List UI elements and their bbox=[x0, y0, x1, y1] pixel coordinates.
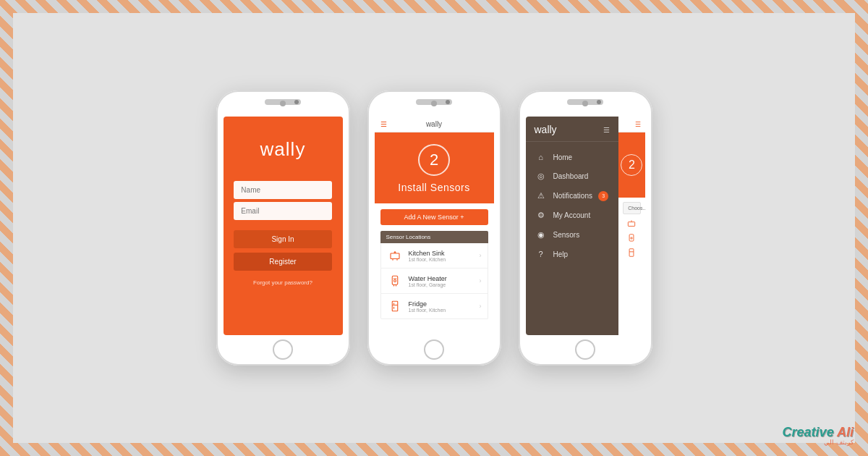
watermark-sub: كريتف الي bbox=[783, 439, 854, 446]
sensor-name: Water Heater bbox=[409, 275, 474, 282]
svg-rect-18 bbox=[629, 249, 634, 257]
drawer-header: wally ☰ bbox=[526, 117, 619, 142]
sensor-info-fridge: Fridge 1st floor, Kitchen bbox=[409, 300, 474, 313]
menu-item-help[interactable]: ? Help bbox=[526, 245, 619, 263]
step-circle: 2 bbox=[418, 144, 450, 176]
drawer-menu: ⌂ Home ◎ Dashboard ⚠ Notifications 3 bbox=[526, 142, 619, 269]
header-title: wally bbox=[426, 120, 442, 128]
notifications-icon: ⚠ bbox=[536, 191, 546, 200]
peek-sink-icon bbox=[623, 219, 640, 229]
svg-point-9 bbox=[393, 280, 396, 282]
sensor-list: Kitchen Sink 1st floor, Kitchen › bbox=[380, 243, 488, 319]
menu-item-help-label: Help bbox=[553, 250, 569, 258]
sensor-locations-header: Sensor Locations bbox=[380, 231, 488, 243]
home-button[interactable] bbox=[273, 339, 293, 360]
chevron-right-icon: › bbox=[480, 277, 482, 284]
login-screen: wally Sign In Register Forgot your passw… bbox=[224, 117, 343, 335]
phones-container: wally Sign In Register Forgot your passw… bbox=[202, 76, 667, 380]
kitchen-sink-icon bbox=[387, 248, 403, 263]
sensors-header-bar: ☰ wally bbox=[375, 117, 494, 132]
drawer-content: wally ☰ ⌂ Home ◎ Dashboard bbox=[526, 117, 645, 335]
menu-item-dashboard[interactable]: ◎ Dashboard bbox=[526, 166, 619, 186]
drawer-logo: wally bbox=[535, 124, 557, 135]
sensors-icon: ◉ bbox=[536, 230, 546, 240]
signin-button[interactable]: Sign In bbox=[234, 230, 331, 248]
watermark-text: Creative Ali bbox=[783, 426, 854, 439]
fridge-icon bbox=[387, 298, 403, 314]
phone-sensors: ☰ wally 2 Install Sensors Add A New Sens… bbox=[367, 90, 501, 366]
sensor-item-fridge[interactable]: Fridge 1st floor, Kitchen › bbox=[381, 294, 488, 318]
water-heater-icon bbox=[387, 273, 403, 289]
peek-heater-icon bbox=[623, 233, 640, 243]
sensor-info-kitchen-sink: Kitchen Sink 1st floor, Kitchen bbox=[409, 250, 474, 262]
app-logo: wally bbox=[260, 138, 306, 161]
home-button[interactable] bbox=[575, 339, 595, 360]
peek-step-number: 2 bbox=[629, 159, 635, 172]
camera-icon bbox=[294, 100, 299, 104]
peek-step-circle: 2 bbox=[621, 154, 642, 176]
watermark: Creative Ali كريتف الي bbox=[783, 426, 854, 446]
sensors-content: ☰ wally 2 Install Sensors Add A New Sens… bbox=[375, 117, 494, 335]
account-icon: ⚙ bbox=[536, 211, 546, 220]
step-number: 2 bbox=[430, 151, 438, 169]
svg-rect-16 bbox=[629, 235, 634, 241]
menu-item-account[interactable]: ⚙ My Account bbox=[526, 206, 619, 225]
svg-rect-5 bbox=[392, 276, 398, 284]
sensor-location: 1st floor, Kitchen bbox=[409, 308, 474, 313]
dashboard-icon: ◎ bbox=[536, 172, 546, 181]
sensor-name: Kitchen Sink bbox=[409, 250, 474, 257]
drawer-hamburger-icon[interactable]: ☰ bbox=[603, 126, 610, 134]
sensors-screen: ☰ wally 2 Install Sensors Add A New Sens… bbox=[375, 117, 494, 335]
svg-rect-14 bbox=[629, 222, 635, 227]
sensors-body: Add A New Sensor + Sensor Locations bbox=[375, 203, 494, 335]
menu-item-notifications[interactable]: ⚠ Notifications 3 bbox=[526, 186, 619, 206]
hamburger-icon[interactable]: ☰ bbox=[380, 120, 387, 128]
drawer-screen: wally ☰ ⌂ Home ◎ Dashboard bbox=[526, 117, 645, 335]
sensor-item-kitchen-sink[interactable]: Kitchen Sink 1st floor, Kitchen › bbox=[381, 243, 488, 269]
chevron-right-icon: › bbox=[480, 303, 482, 310]
sensor-info-water-heater: Water Heater 1st floor, Garage bbox=[409, 275, 474, 287]
camera-icon bbox=[446, 100, 450, 104]
peek-body: Choos... bbox=[618, 198, 644, 335]
drawer-panel: wally ☰ ⌂ Home ◎ Dashboard bbox=[526, 117, 619, 335]
svg-rect-0 bbox=[391, 253, 399, 259]
add-sensor-button[interactable]: Add A New Sensor + bbox=[380, 209, 488, 225]
install-title: Install Sensors bbox=[398, 182, 469, 193]
forgot-password-link[interactable]: Forgot your password? bbox=[253, 279, 312, 286]
peek-top-bar: ☰ bbox=[618, 117, 644, 132]
phone-drawer: wally ☰ ⌂ Home ◎ Dashboard bbox=[519, 90, 652, 366]
register-button[interactable]: Register bbox=[234, 253, 331, 271]
camera-icon bbox=[597, 100, 601, 104]
menu-item-sensors[interactable]: ◉ Sensors bbox=[526, 225, 619, 245]
peek-sensor-icons bbox=[623, 219, 640, 258]
drawer-peek: ☰ 2 Choos... bbox=[618, 117, 644, 335]
drawer-overlay: wally ☰ ⌂ Home ◎ Dashboard bbox=[526, 117, 645, 335]
home-button[interactable] bbox=[424, 339, 444, 360]
sensor-item-water-heater[interactable]: Water Heater 1st floor, Garage › bbox=[381, 269, 488, 294]
peek-fridge-icon bbox=[623, 248, 640, 258]
sensor-location: 1st floor, Garage bbox=[409, 282, 474, 287]
sensor-location: 1st floor, Kitchen bbox=[409, 257, 474, 262]
notification-badge: 3 bbox=[598, 191, 608, 201]
phone-login: wally Sign In Register Forgot your passw… bbox=[216, 90, 350, 366]
peek-hero: 2 bbox=[618, 132, 644, 198]
help-icon: ? bbox=[536, 250, 546, 258]
chevron-right-icon: › bbox=[480, 252, 482, 259]
peek-choose-btn: Choos... bbox=[623, 202, 640, 214]
home-icon: ⌂ bbox=[536, 153, 546, 161]
sensor-name: Fridge bbox=[409, 300, 474, 308]
svg-rect-10 bbox=[392, 301, 398, 311]
menu-item-home-label: Home bbox=[553, 153, 573, 161]
login-form bbox=[234, 181, 331, 220]
peek-hamburger-icon[interactable]: ☰ bbox=[635, 121, 641, 128]
name-input[interactable] bbox=[234, 181, 331, 199]
sensors-hero: 2 Install Sensors bbox=[375, 132, 494, 203]
svg-point-17 bbox=[631, 237, 632, 239]
email-input[interactable] bbox=[234, 202, 331, 220]
login-content: wally Sign In Register Forgot your passw… bbox=[224, 117, 343, 335]
menu-item-dashboard-label: Dashboard bbox=[553, 172, 589, 180]
menu-item-account-label: My Account bbox=[553, 211, 591, 219]
menu-item-notifications-label: Notifications bbox=[553, 192, 592, 200]
menu-item-home[interactable]: ⌂ Home bbox=[526, 148, 619, 166]
menu-item-sensors-label: Sensors bbox=[553, 231, 580, 239]
